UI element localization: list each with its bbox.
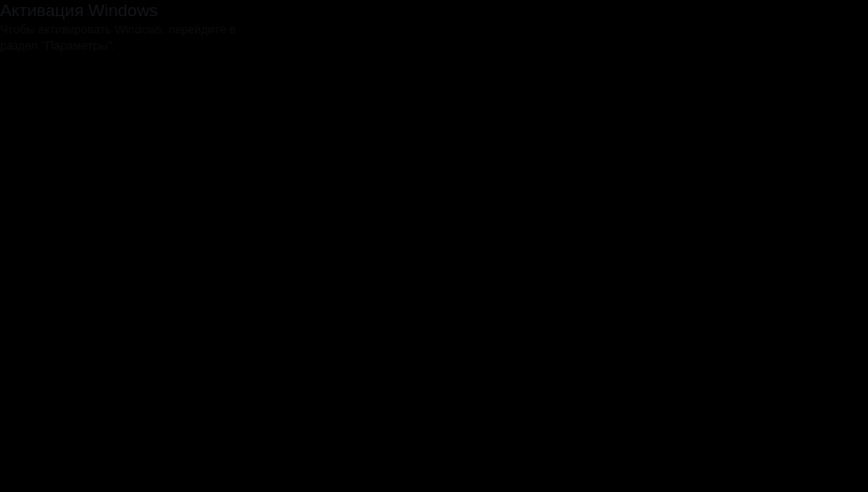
model-scene-svg[interactable] xyxy=(0,0,868,492)
cad-3d-viewport[interactable]: Активация Windows Чтобы активировать Win… xyxy=(0,0,868,492)
viewport-background xyxy=(0,0,868,492)
